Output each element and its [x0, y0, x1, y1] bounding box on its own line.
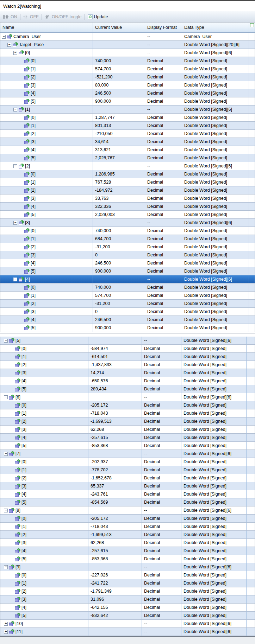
table-row[interactable]: [5] 2,029,003 Decimal Double Word [Signe…: [0, 211, 255, 219]
table-row[interactable]: [2] -1,699,513 Decimal Double Word [Sign…: [0, 417, 255, 426]
table-row[interactable]: [3] 62,268 Decimal Double Word [Signed]: [0, 539, 255, 547]
expand-toggle-icon[interactable]: −: [7, 43, 11, 47]
table-row[interactable]: [5] -853,368 Decimal Double Word [Signed…: [0, 442, 255, 450]
table-row[interactable]: [4] -642,155 Decimal Double Word [Signed…: [0, 604, 255, 612]
column-header-current-value[interactable]: Current Value: [93, 23, 145, 32]
table-row[interactable]: [5] 900,000 Decimal Double Word [Signed]: [0, 267, 255, 275]
column-header-name[interactable]: Name: [0, 23, 93, 32]
table-row[interactable]: [5] 2,028,767 Decimal Double Word [Signe…: [0, 154, 255, 162]
table-row[interactable]: [2] -31,200 Decimal Double Word [Signed]: [0, 243, 255, 251]
table-row[interactable]: [1] -614,501 Decimal Double Word [Signed…: [0, 353, 255, 361]
table-row[interactable]: [0] 740,000 Decimal Double Word [Signed]: [0, 283, 255, 292]
table-row[interactable]: − [3] -- Double Word [Signed][6]: [0, 219, 255, 227]
table-row[interactable]: [3] 33,763 Decimal Double Word [Signed]: [0, 195, 255, 203]
variable-icon: [15, 387, 20, 391]
table-row[interactable]: [1] 574,700 Decimal Double Word [Signed]: [0, 65, 255, 73]
table-row[interactable]: [0] -205,172 Decimal Double Word [Signed…: [0, 515, 255, 523]
off-button[interactable]: OFF: [21, 13, 41, 21]
column-header-display-format[interactable]: Display Format: [145, 23, 182, 32]
table-row[interactable]: − [2] -- Double Word [Signed][6]: [0, 162, 255, 170]
table-row[interactable]: [4] 313,621 Decimal Double Word [Signed]: [0, 146, 255, 154]
table-row[interactable]: [4] 322,336 Decimal Double Word [Signed]: [0, 203, 255, 211]
table-row[interactable]: [5] -853,368 Decimal Double Word [Signed…: [0, 555, 255, 563]
table-row[interactable]: [5] 289,434 Decimal Double Word [Signed]: [0, 385, 255, 393]
expand-toggle-icon[interactable]: −: [13, 221, 17, 225]
table-row[interactable]: [4] 246,500 Decimal Double Word [Signed]: [0, 89, 255, 97]
table-row[interactable]: [3] 34,614 Decimal Double Word [Signed]: [0, 138, 255, 146]
table-row[interactable]: − [5] -- Double Word [Signed][6]: [0, 337, 255, 345]
table-row[interactable]: [1] -718,043 Decimal Double Word [Signed…: [0, 523, 255, 531]
table-row[interactable]: [2] -210,050 Decimal Double Word [Signed…: [0, 130, 255, 138]
table-row[interactable]: [2] -1,791,349 Decimal Double Word [Sign…: [0, 587, 255, 595]
table-row[interactable]: − [4] -- Double Word [Signed][6]: [0, 275, 255, 283]
tree-indent: [0, 397, 4, 397]
expand-toggle-icon[interactable]: +: [4, 622, 8, 626]
table-row[interactable]: − [0] -- Double Word [Signed][6]: [0, 49, 255, 57]
table-row[interactable]: − [9] -- Double Word [Signed][6]: [0, 563, 255, 571]
table-row[interactable]: [4] -257,615 Decimal Double Word [Signed…: [0, 547, 255, 555]
expand-toggle-icon[interactable]: −: [13, 164, 17, 168]
expand-toggle-icon[interactable]: −: [13, 51, 17, 55]
on-button[interactable]: ON: [1, 13, 19, 21]
table-row[interactable]: [3] 0 Decimal Double Word [Signed]: [0, 251, 255, 259]
table-row[interactable]: [1] -718,043 Decimal Double Word [Signed…: [0, 409, 255, 417]
expand-toggle-icon[interactable]: −: [13, 108, 17, 111]
table-row[interactable]: − [6] -- Double Word [Signed][6]: [0, 393, 255, 401]
table-row[interactable]: [3] 62,268 Decimal Double Word [Signed]: [0, 426, 255, 434]
expand-toggle-icon[interactable]: −: [4, 509, 8, 512]
table-row[interactable]: + [11] -- Double Word [Signed][6]: [0, 628, 255, 636]
table-row[interactable]: [2] -521,200 Decimal Double Word [Signed…: [0, 73, 255, 81]
table-row[interactable]: [1] 684,700 Decimal Double Word [Signed]: [0, 235, 255, 243]
update-button[interactable]: Update: [86, 13, 110, 21]
table-row[interactable]: [0] -205,172 Decimal Double Word [Signed…: [0, 401, 255, 409]
column-header-data-type[interactable]: Data Type: [182, 23, 249, 32]
table-row[interactable]: [0] -584,974 Decimal Double Word [Signed…: [0, 345, 255, 353]
table-row[interactable]: [1] 574,700 Decimal Double Word [Signed]: [0, 292, 255, 300]
table-row[interactable]: − [7] -- Double Word [Signed][6]: [0, 450, 255, 458]
expand-toggle-icon[interactable]: +: [4, 630, 8, 634]
table-row[interactable]: [0] 1,286,985 Decimal Double Word [Signe…: [0, 170, 255, 178]
variable-icon: [15, 346, 20, 351]
table-row[interactable]: [3] 0 Decimal Double Word [Signed]: [0, 308, 255, 316]
table-row[interactable]: [2] -1,437,833 Decimal Double Word [Sign…: [0, 361, 255, 369]
expand-toggle-icon[interactable]: −: [4, 395, 8, 399]
table-row[interactable]: [4] 246,500 Decimal Double Word [Signed]: [0, 259, 255, 267]
table-row[interactable]: [3] 65,337 Decimal Double Word [Signed]: [0, 482, 255, 490]
table-row[interactable]: [0] 740,000 Decimal Double Word [Signed]: [0, 227, 255, 235]
table-row[interactable]: [3] 14,214 Decimal Double Word [Signed]: [0, 369, 255, 377]
table-row[interactable]: [0] -202,937 Decimal Double Word [Signed…: [0, 458, 255, 466]
table-row[interactable]: [1] -241,722 Decimal Double Word [Signed…: [0, 579, 255, 587]
on-off-toggle-button[interactable]: ON/OFF toggle: [43, 13, 83, 21]
table-row[interactable]: [3] 80,000 Decimal Double Word [Signed]: [0, 81, 255, 89]
expand-toggle-icon[interactable]: −: [4, 452, 8, 456]
table-row[interactable]: [5] 900,000 Decimal Double Word [Signed]: [0, 97, 255, 106]
table-row[interactable]: + [10] -- Double Word [Signed][6]: [0, 620, 255, 628]
table-row[interactable]: [2] -184,972 Decimal Double Word [Signed…: [0, 186, 255, 195]
table-row[interactable]: [1] -778,702 Decimal Double Word [Signed…: [0, 466, 255, 474]
table-row[interactable]: [4] -243,761 Decimal Double Word [Signed…: [0, 490, 255, 498]
table-row[interactable]: [4] -650,576 Decimal Double Word [Signed…: [0, 377, 255, 385]
table-row[interactable]: [2] -1,652,678 Decimal Double Word [Sign…: [0, 474, 255, 482]
table-row[interactable]: − [8] -- Double Word [Signed][6]: [0, 506, 255, 515]
table-row[interactable]: [5] 900,000 Decimal Double Word [Signed]: [0, 324, 255, 332]
table-row[interactable]: [2] -1,699,513 Decimal Double Word [Sign…: [0, 531, 255, 539]
table-row[interactable]: [5] -854,569 Decimal Double Word [Signed…: [0, 498, 255, 506]
expand-toggle-icon[interactable]: −: [4, 565, 8, 569]
table-row[interactable]: [2] -31,200 Decimal Double Word [Signed]: [0, 300, 255, 308]
table-row[interactable]: [0] 740,000 Decimal Double Word [Signed]: [0, 57, 255, 65]
table-row[interactable]: − Target_Pose -- Double Word [Signed][20…: [0, 41, 255, 49]
table-row[interactable]: [0] -227,026 Decimal Double Word [Signed…: [0, 571, 255, 579]
table-row[interactable]: [4] -257,615 Decimal Double Word [Signed…: [0, 434, 255, 442]
expand-toggle-icon[interactable]: −: [2, 35, 6, 39]
table-row[interactable]: [4] 246,500 Decimal Double Word [Signed]: [0, 316, 255, 324]
table-row[interactable]: [0] 1,287,747 Decimal Double Word [Signe…: [0, 114, 255, 122]
table-row[interactable]: [1] 801,313 Decimal Double Word [Signed]: [0, 122, 255, 130]
expand-toggle-icon[interactable]: −: [4, 339, 8, 343]
expand-toggle-icon[interactable]: −: [13, 278, 17, 281]
table-row[interactable]: [3] 31,096 Decimal Double Word [Signed]: [0, 595, 255, 604]
table-row[interactable]: − Camera_User -- Camera_User: [0, 33, 255, 41]
table-row[interactable]: − [1] -- Double Word [Signed][6]: [0, 106, 255, 114]
table-row[interactable]: [5] -832,642 Decimal Double Word [Signed…: [0, 612, 255, 620]
pane-splitter[interactable]: [0, 332, 255, 337]
table-row[interactable]: [1] 767,528 Decimal Double Word [Signed]: [0, 178, 255, 186]
